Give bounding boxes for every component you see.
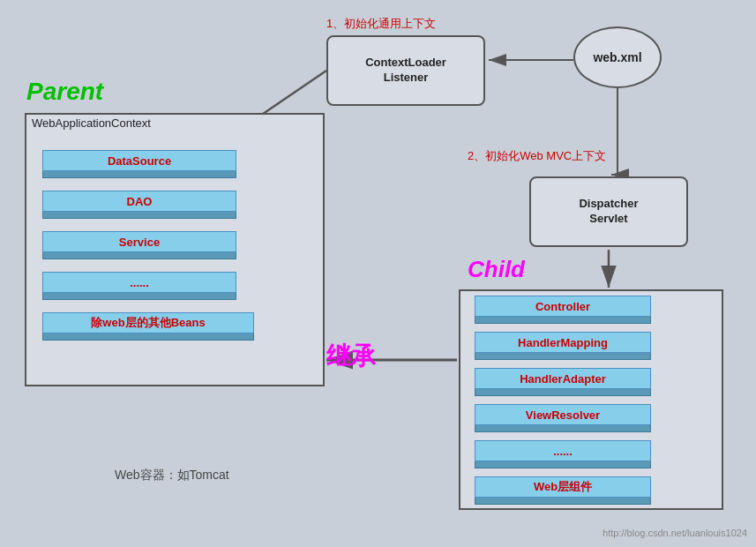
bean-controller: Controller [475,296,651,324]
child-label: Child [468,256,525,283]
bean-child-dots: ...... [475,440,651,468]
label-web-container: Web容器：如Tomcat [115,468,229,483]
bean-handleradapter: HandlerAdapter [475,368,651,396]
child-beans: Controller HandlerMapping HandlerAdapter… [475,296,651,505]
wac-title: WebApplicationContext [32,116,151,130]
bean-web-component: Web层组件 [475,476,651,505]
dispatcher-servlet-box: Dispatcher Servlet [529,176,688,247]
bean-viewresolver: ViewResolver [475,404,651,432]
label-init1: 1、初始化通用上下文 [326,16,436,32]
context-loader-listener-box: ContextLoader Listener [326,35,485,106]
webxml-circle: web.xml [573,26,662,88]
parent-label: Parent [26,78,103,106]
bean-datasource: DataSource [42,150,236,178]
bean-handlermapping: HandlerMapping [475,332,651,360]
bean-dots: ...... [42,272,236,300]
bean-service: Service [42,231,236,259]
bean-dao: DAO [42,191,236,219]
label-init2: 2、初始化Web MVC上下文 [468,148,606,164]
bean-other: 除web层的其他Beans [42,312,236,341]
parent-beans: DataSource DAO Service ...... 除web层的其他Be… [42,150,236,341]
label-inherit: 继承 [326,340,376,373]
watermark: http://blog.csdn.net/luanlouis1024 [603,528,747,538]
